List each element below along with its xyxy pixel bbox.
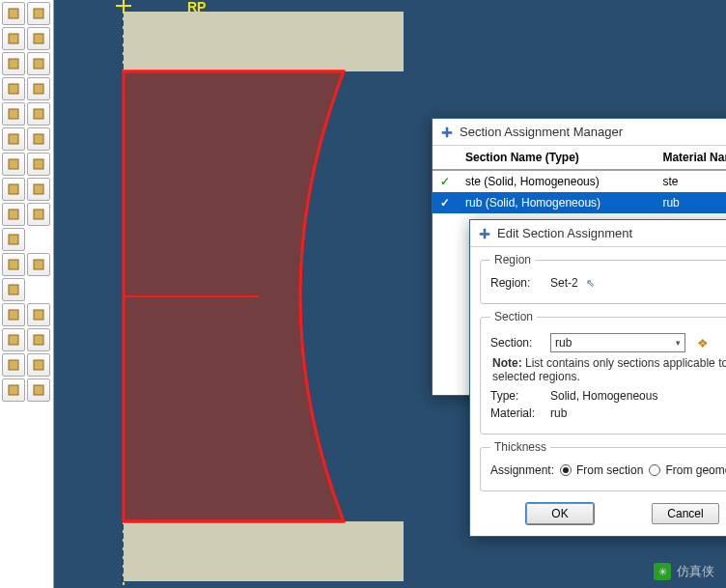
cell-material: ste — [655, 170, 726, 192]
tool-list5[interactable] — [27, 178, 50, 201]
tool-part-create[interactable] — [2, 2, 25, 25]
svg-rect-11 — [34, 134, 43, 144]
svg-rect-15 — [34, 184, 43, 194]
tool-grid[interactable] — [2, 278, 25, 301]
chevron-down-icon: ▾ — [676, 338, 681, 348]
type-label: Type: — [490, 389, 544, 403]
section-group: Section Section: rub ▾ ❖ Note: List cont… — [480, 310, 726, 434]
svg-rect-22 — [9, 310, 18, 320]
assignment-label: Assignment: — [490, 463, 554, 477]
svg-rect-32 — [124, 521, 404, 581]
svg-rect-13 — [34, 159, 43, 169]
dialog-title: Edit Section Assignment — [497, 226, 632, 240]
create-section-icon[interactable]: ❖ — [697, 336, 709, 350]
material-value: rub — [550, 406, 567, 420]
table-row[interactable]: ✓ ste (Solid, Homogeneous) ste — [433, 170, 726, 192]
tool-extrude[interactable] — [2, 102, 25, 126]
radio-from-section[interactable]: From section — [560, 463, 643, 477]
app-icon — [440, 126, 454, 139]
region-group: Region Region: Set-2 ⇖ — [480, 253, 726, 304]
tool-tri[interactable] — [27, 378, 50, 402]
tool-edit[interactable] — [2, 228, 25, 251]
app-icon — [478, 227, 491, 240]
svg-rect-28 — [9, 385, 18, 395]
tool-measure[interactable] — [27, 253, 50, 276]
pick-region-icon[interactable]: ⇖ — [586, 277, 595, 290]
tool-list3[interactable] — [27, 127, 50, 151]
wechat-icon: ✳ — [654, 563, 671, 580]
svg-rect-20 — [34, 260, 43, 269]
svg-rect-14 — [9, 184, 18, 194]
material-label: Material: — [490, 406, 544, 420]
section-note: Note: List contains only sections applic… — [490, 356, 726, 383]
reference-point-label: RP — [187, 0, 206, 14]
svg-rect-19 — [9, 260, 18, 269]
tool-frac[interactable] — [27, 102, 50, 126]
col-section-name: Section Name (Type) — [458, 146, 655, 170]
table-row[interactable]: ✓ rub (Solid, Homogeneous) rub — [433, 192, 726, 213]
tool-sigma[interactable] — [27, 77, 50, 100]
window-title: Section Assignment Manager — [460, 125, 623, 139]
svg-rect-23 — [34, 310, 43, 320]
svg-rect-16 — [9, 210, 18, 219]
tool-xyz[interactable] — [2, 353, 25, 377]
section-select[interactable]: rub ▾ — [550, 333, 685, 352]
watermark: ✳ 仿真侠 — [654, 563, 714, 580]
tool-origin2[interactable] — [2, 328, 25, 351]
region-value: Set-2 — [550, 276, 578, 290]
svg-rect-4 — [9, 59, 18, 69]
cell-material: rub — [655, 192, 726, 213]
svg-rect-2 — [9, 34, 18, 43]
radio-icon — [560, 464, 572, 476]
svg-rect-3 — [34, 34, 43, 43]
svg-rect-9 — [34, 109, 43, 119]
tool-origin[interactable] — [27, 303, 50, 326]
tool-beam[interactable] — [2, 27, 25, 50]
tool-corner[interactable] — [27, 328, 50, 351]
check-icon: ✓ — [433, 192, 458, 213]
type-value: Solid, Homogeneous — [550, 389, 657, 403]
toolbox — [0, 0, 54, 588]
tool-list4[interactable] — [27, 153, 50, 176]
viewport: RP Section Assignment Manager Section Na… — [54, 0, 726, 588]
thickness-legend: Thickness — [490, 440, 550, 454]
tool-property[interactable] — [27, 2, 50, 25]
svg-rect-5 — [34, 59, 43, 69]
tool-pick[interactable] — [2, 303, 25, 326]
tool-stack[interactable] — [2, 77, 25, 100]
tool-orient[interactable] — [2, 127, 25, 151]
tool-list2[interactable] — [27, 52, 50, 75]
tool-plus[interactable] — [2, 253, 25, 276]
tool-part-a[interactable] — [2, 203, 25, 226]
svg-rect-12 — [9, 159, 18, 169]
radio-from-geometry[interactable]: From geometry — [649, 463, 726, 477]
cancel-button[interactable]: Cancel — [652, 503, 719, 524]
svg-rect-29 — [34, 385, 43, 395]
tool-part-b[interactable] — [27, 203, 50, 226]
section-table-body: ✓ ste (Solid, Homogeneous) ste✓ rub (Sol… — [433, 170, 726, 213]
window-titlebar: Section Assignment Manager — [433, 119, 726, 146]
svg-rect-17 — [34, 210, 43, 219]
section-table: Section Name (Type) Material Name ✓ ste … — [433, 146, 726, 213]
svg-rect-39 — [446, 126, 449, 137]
ok-button[interactable]: OK — [526, 503, 594, 524]
section-select-value: rub — [555, 336, 572, 350]
tool-cube[interactable] — [2, 153, 25, 176]
svg-rect-31 — [124, 12, 404, 71]
svg-rect-27 — [34, 360, 43, 370]
check-icon: ✓ — [433, 170, 458, 192]
cell-section-name: rub (Solid, Homogeneous) — [458, 192, 655, 213]
tool-shell[interactable] — [2, 178, 25, 201]
tool-axis[interactable] — [27, 353, 50, 377]
tool-beam2[interactable] — [2, 52, 25, 75]
svg-rect-41 — [484, 228, 487, 238]
svg-rect-1 — [34, 9, 43, 18]
tool-face[interactable] — [2, 378, 25, 402]
col-material-name: Material Name — [655, 146, 726, 170]
svg-rect-18 — [9, 235, 18, 244]
thickness-group: Thickness Assignment: From section From … — [480, 440, 726, 491]
svg-rect-8 — [9, 109, 18, 119]
section-label: Section: — [490, 336, 544, 350]
tool-list[interactable] — [27, 27, 50, 50]
svg-rect-25 — [34, 335, 43, 345]
